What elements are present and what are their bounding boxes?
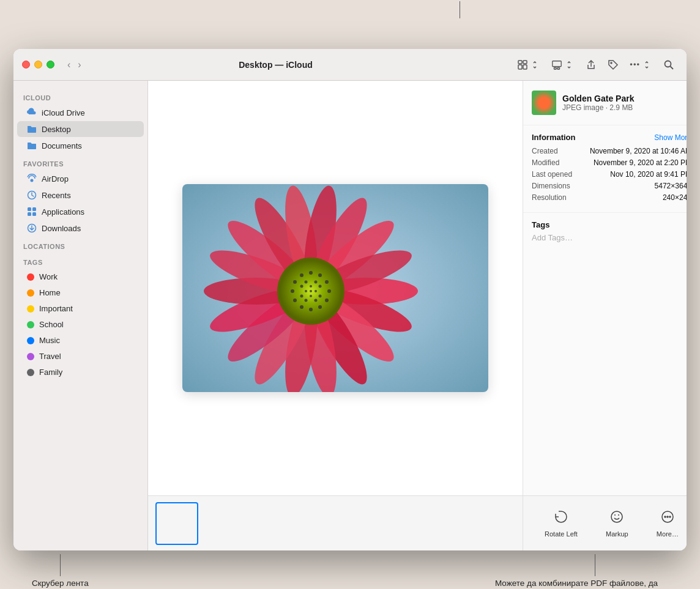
sidebar-item-label: Applications [42,207,84,217]
information-section: Information Show More Created November 9… [523,125,687,213]
sidebar-item-important[interactable]: Important [17,301,144,316]
resolution-value: 240×240 [663,193,687,202]
modified-value: November 9, 2020 at 2:20 PM [594,158,687,167]
sidebar-item-documents[interactable]: Documents [17,138,144,154]
scrubber-thumb-2[interactable] [201,502,244,545]
favorites-section-label: Favorites [13,154,147,170]
svg-point-62 [310,285,312,287]
resolution-row: Resolution 240×240 [532,193,687,202]
travel-tag-dot [27,353,34,360]
svg-point-50 [315,281,318,284]
clock-icon [27,190,37,200]
sidebar-item-label: Music [39,336,60,345]
svg-rect-2 [518,65,522,69]
gallery-view-button[interactable] [548,57,578,73]
scrubber-thumb-5[interactable] [337,502,379,545]
sidebar-item-school[interactable]: School [17,317,144,332]
sidebar-item-label: iCloud Drive [42,108,85,117]
svg-point-8 [665,61,671,67]
svg-rect-6 [557,67,560,69]
scrubber-thumb-8[interactable] [472,502,515,545]
sidebar-item-airdrop[interactable]: AirDrop [17,171,144,187]
more-actions-icon [660,509,675,528]
add-tags-placeholder[interactable]: Add Tags… [532,233,687,242]
svg-rect-4 [553,61,561,66]
airdrop-icon [27,174,37,183]
svg-point-42 [325,298,329,302]
sidebar-item-downloads[interactable]: Downloads [17,220,144,236]
svg-point-68 [667,516,668,517]
main-image[interactable] [182,184,488,392]
file-name: Golden Gate Park [562,94,687,103]
file-type: JPEG image · 2.9 MB [562,103,687,112]
minimize-button[interactable] [34,61,42,69]
svg-point-58 [310,290,312,292]
sidebar-item-recents[interactable]: Recents [17,187,144,203]
file-info-header: Golden Gate Park JPEG image · 2.9 MB [562,94,687,112]
sidebar-item-label: Documents [42,141,82,150]
last-opened-label: Last opened [532,170,572,179]
family-tag-dot [27,369,34,376]
svg-point-45 [300,305,303,309]
resolution-label: Resolution [532,193,567,202]
tag-button[interactable] [604,57,622,73]
more-button[interactable]: ••• [626,57,656,73]
modified-label: Modified [532,158,559,167]
sidebar-item-label: Recents [42,191,71,200]
more-actions-button[interactable]: More… [657,509,679,538]
scrubber-thumb-4[interactable] [291,502,334,545]
search-button[interactable] [660,57,678,73]
more-annotation-line [595,554,595,576]
sidebar-item-label: School [39,320,64,329]
titlebar-actions: ••• [513,57,678,73]
important-tag-dot [27,305,34,313]
sidebar-item-music[interactable]: Music [17,333,144,348]
scrubber-thumb-6[interactable] [382,502,425,545]
scrubber-annotation-text: Скрубер лента [32,579,89,588]
rotate-left-button[interactable]: Rotate Left [545,509,578,538]
sidebar-item-icloud-drive[interactable]: iCloud Drive [17,105,144,120]
information-title: Information [532,133,576,142]
tags-section-label: Tags [13,253,147,269]
sidebar-item-applications[interactable]: Applications [17,204,144,220]
svg-point-44 [309,308,313,311]
locations-section-label: Locations [13,237,147,253]
info-section-header: Information Show More [532,133,687,142]
svg-point-38 [309,271,313,275]
sidebar-item-work[interactable]: Work [17,269,144,284]
scrubber-bar[interactable] [148,495,523,550]
markup-icon [609,509,624,528]
sidebar-item-home[interactable]: Home [17,285,144,300]
svg-rect-13 [32,207,36,211]
created-row: Created November 9, 2020 at 10:46 AM [532,147,687,155]
modified-row: Modified November 9, 2020 at 2:20 PM [532,158,687,167]
view-switcher-button[interactable] [513,57,544,73]
icloud-section-label: iCloud [13,88,147,104]
sidebar-item-desktop[interactable]: Desktop [17,121,144,137]
close-button[interactable] [22,61,30,69]
more-annotation-container: Можете да комбинирате PDF файлове, да из… [478,554,674,589]
applications-icon [27,207,37,217]
download-icon [27,223,37,233]
sidebar-item-label: Home [39,288,61,297]
sidebar-item-travel[interactable]: Travel [17,349,144,364]
show-more-button[interactable]: Show More [654,133,687,142]
dimensions-row: Dimensions 5472×3648 [532,182,687,190]
svg-point-59 [315,290,317,292]
markup-label: Markup [606,530,628,538]
share-button[interactable] [582,57,600,73]
svg-point-48 [293,280,297,284]
svg-point-53 [315,299,318,302]
sidebar-item-family[interactable]: Family [17,365,144,380]
folder-icon [27,141,37,150]
tags-section: Tags Add Tags… [523,213,687,250]
sidebar-item-label: Important [39,304,73,313]
scrubber-thumb-1[interactable] [155,502,198,545]
scrubber-thumb-3[interactable] [246,502,289,545]
top-annotation-line [460,1,460,18]
sidebar-item-label: Work [39,272,58,281]
markup-button[interactable]: Markup [606,509,628,538]
rotate-left-label: Rotate Left [545,530,578,538]
svg-point-57 [305,281,308,284]
scrubber-thumb-7[interactable] [427,502,470,545]
